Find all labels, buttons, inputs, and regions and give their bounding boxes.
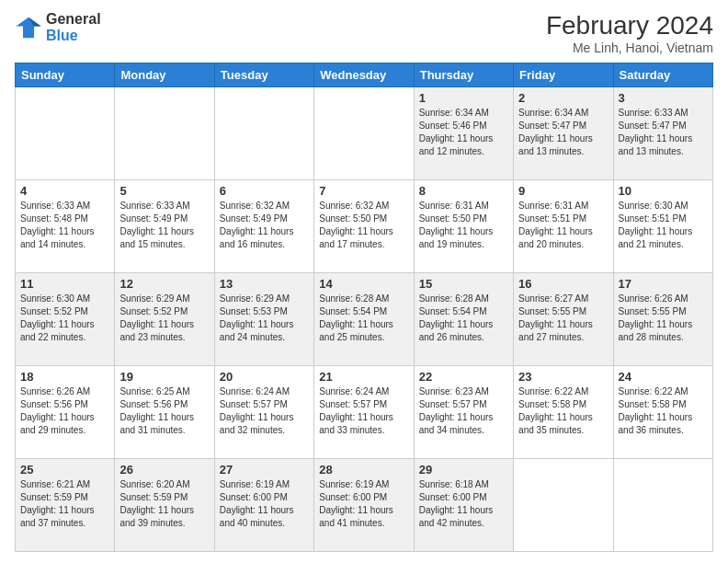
day-number: 2 [518,91,608,105]
table-row: 15Sunrise: 6:28 AM Sunset: 5:54 PM Dayli… [414,273,513,366]
day-number: 7 [319,184,408,198]
day-info: Sunrise: 6:23 AM Sunset: 5:57 PM Dayligh… [419,385,508,437]
table-row: 21Sunrise: 6:24 AM Sunset: 5:57 PM Dayli… [314,366,414,459]
day-number: 29 [419,463,508,477]
svg-marker-0 [17,17,41,38]
day-number: 24 [619,370,708,384]
day-info: Sunrise: 6:20 AM Sunset: 5:59 PM Dayligh… [119,478,209,530]
day-number: 10 [619,184,708,198]
table-row: 23Sunrise: 6:22 AM Sunset: 5:58 PM Dayli… [514,366,613,459]
day-info: Sunrise: 6:31 AM Sunset: 5:51 PM Dayligh… [518,200,608,251]
day-info: Sunrise: 6:33 AM Sunset: 5:49 PM Dayligh… [119,200,209,251]
day-info: Sunrise: 6:18 AM Sunset: 6:00 PM Dayligh… [419,478,508,530]
calendar-page: General Blue February 2024 Me Linh, Hano… [0,0,728,563]
day-number: 6 [220,184,309,198]
day-info: Sunrise: 6:26 AM Sunset: 5:55 PM Dayligh… [619,293,708,344]
day-info: Sunrise: 6:30 AM Sunset: 5:52 PM Dayligh… [20,293,109,344]
day-number: 23 [518,370,608,384]
header: General Blue February 2024 Me Linh, Hano… [15,11,713,55]
day-info: Sunrise: 6:28 AM Sunset: 5:54 PM Dayligh… [419,293,508,344]
day-info: Sunrise: 6:34 AM Sunset: 5:47 PM Dayligh… [518,107,608,158]
table-row: 25Sunrise: 6:21 AM Sunset: 5:59 PM Dayli… [16,459,115,552]
day-number: 8 [419,184,508,198]
day-number: 27 [220,463,309,477]
calendar-week-row: 4Sunrise: 6:33 AM Sunset: 5:48 PM Daylig… [16,180,713,273]
table-row: 18Sunrise: 6:26 AM Sunset: 5:56 PM Dayli… [16,366,115,459]
day-info: Sunrise: 6:29 AM Sunset: 5:52 PM Dayligh… [119,293,209,344]
table-row: 6Sunrise: 6:32 AM Sunset: 5:49 PM Daylig… [214,180,313,273]
table-row: 12Sunrise: 6:29 AM Sunset: 5:52 PM Dayli… [115,273,214,366]
col-friday: Friday [514,63,613,87]
day-number: 28 [319,463,408,477]
col-thursday: Thursday [414,63,513,87]
day-number: 22 [419,370,508,384]
day-number: 12 [119,277,209,291]
day-info: Sunrise: 6:32 AM Sunset: 5:49 PM Dayligh… [220,200,309,251]
day-number: 11 [20,277,109,291]
col-tuesday: Tuesday [214,63,313,87]
table-row: 26Sunrise: 6:20 AM Sunset: 5:59 PM Dayli… [115,459,214,552]
table-row: 19Sunrise: 6:25 AM Sunset: 5:56 PM Dayli… [115,366,214,459]
table-row: 3Sunrise: 6:33 AM Sunset: 5:47 PM Daylig… [613,87,712,180]
day-info: Sunrise: 6:25 AM Sunset: 5:56 PM Dayligh… [119,385,209,437]
table-row: 11Sunrise: 6:30 AM Sunset: 5:52 PM Dayli… [16,273,115,366]
day-info: Sunrise: 6:29 AM Sunset: 5:53 PM Dayligh… [220,293,309,344]
day-number: 13 [220,277,309,291]
col-monday: Monday [115,63,214,87]
day-info: Sunrise: 6:19 AM Sunset: 6:00 PM Dayligh… [319,478,408,530]
table-row: 5Sunrise: 6:33 AM Sunset: 5:49 PM Daylig… [115,180,214,273]
day-number: 19 [119,370,209,384]
title-area: February 2024 Me Linh, Hanoi, Vietnam [546,11,713,55]
table-row: 4Sunrise: 6:33 AM Sunset: 5:48 PM Daylig… [16,180,115,273]
day-info: Sunrise: 6:27 AM Sunset: 5:55 PM Dayligh… [518,293,608,344]
table-row [613,459,712,552]
table-row: 27Sunrise: 6:19 AM Sunset: 6:00 PM Dayli… [214,459,313,552]
day-info: Sunrise: 6:19 AM Sunset: 6:00 PM Dayligh… [220,478,309,530]
day-info: Sunrise: 6:26 AM Sunset: 5:56 PM Dayligh… [20,385,109,437]
day-number: 17 [619,277,708,291]
col-saturday: Saturday [613,63,712,87]
day-info: Sunrise: 6:22 AM Sunset: 5:58 PM Dayligh… [619,385,708,437]
day-number: 18 [20,370,109,384]
table-row: 22Sunrise: 6:23 AM Sunset: 5:57 PM Dayli… [414,366,513,459]
table-row: 7Sunrise: 6:32 AM Sunset: 5:50 PM Daylig… [314,180,414,273]
calendar-table: Sunday Monday Tuesday Wednesday Thursday… [15,63,713,552]
calendar-week-row: 25Sunrise: 6:21 AM Sunset: 5:59 PM Dayli… [16,459,713,552]
day-info: Sunrise: 6:31 AM Sunset: 5:50 PM Dayligh… [419,200,508,251]
col-wednesday: Wednesday [314,63,414,87]
day-info: Sunrise: 6:22 AM Sunset: 5:58 PM Dayligh… [518,385,608,437]
calendar-week-row: 18Sunrise: 6:26 AM Sunset: 5:56 PM Dayli… [16,366,713,459]
table-row [514,459,613,552]
day-number: 5 [119,184,209,198]
day-info: Sunrise: 6:33 AM Sunset: 5:48 PM Dayligh… [20,200,109,251]
day-info: Sunrise: 6:24 AM Sunset: 5:57 PM Dayligh… [220,385,309,437]
table-row: 9Sunrise: 6:31 AM Sunset: 5:51 PM Daylig… [514,180,613,273]
day-info: Sunrise: 6:33 AM Sunset: 5:47 PM Dayligh… [619,107,708,158]
table-row: 1Sunrise: 6:34 AM Sunset: 5:46 PM Daylig… [414,87,513,180]
day-info: Sunrise: 6:28 AM Sunset: 5:54 PM Dayligh… [319,293,408,344]
day-number: 1 [419,91,508,105]
table-row: 24Sunrise: 6:22 AM Sunset: 5:58 PM Dayli… [613,366,712,459]
table-row [16,87,115,180]
day-number: 4 [20,184,109,198]
table-row [214,87,313,180]
day-number: 25 [20,463,109,477]
table-row [314,87,414,180]
day-number: 14 [319,277,408,291]
day-info: Sunrise: 6:34 AM Sunset: 5:46 PM Dayligh… [419,107,508,158]
logo: General Blue [15,11,101,43]
logo-text: General Blue [46,11,101,43]
table-row: 29Sunrise: 6:18 AM Sunset: 6:00 PM Dayli… [414,459,513,552]
logo-icon [15,14,42,41]
table-row: 2Sunrise: 6:34 AM Sunset: 5:47 PM Daylig… [514,87,613,180]
day-info: Sunrise: 6:32 AM Sunset: 5:50 PM Dayligh… [319,200,408,251]
table-row: 20Sunrise: 6:24 AM Sunset: 5:57 PM Dayli… [214,366,313,459]
day-info: Sunrise: 6:21 AM Sunset: 5:59 PM Dayligh… [20,478,109,530]
table-row: 17Sunrise: 6:26 AM Sunset: 5:55 PM Dayli… [613,273,712,366]
day-number: 16 [518,277,608,291]
table-row [115,87,214,180]
table-row: 16Sunrise: 6:27 AM Sunset: 5:55 PM Dayli… [514,273,613,366]
day-number: 21 [319,370,408,384]
calendar-header-row: Sunday Monday Tuesday Wednesday Thursday… [16,63,713,87]
table-row: 8Sunrise: 6:31 AM Sunset: 5:50 PM Daylig… [414,180,513,273]
